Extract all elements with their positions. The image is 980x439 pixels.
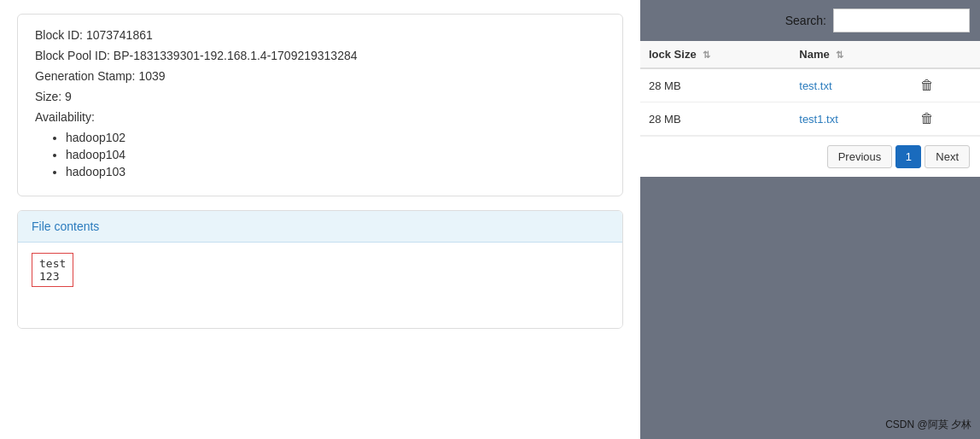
delete-button-2[interactable]: 🗑 xyxy=(917,109,937,128)
search-row: Search: xyxy=(640,0,980,41)
data-table: lock Size ⇅ Name ⇅ 28 MB test.txt xyxy=(640,41,980,136)
delete-button-1[interactable]: 🗑 xyxy=(917,76,937,95)
table-row: 28 MB test.txt 🗑 xyxy=(640,68,980,102)
cell-block-size-2: 28 MB xyxy=(640,102,790,136)
left-panel: Block ID: 1073741861 Block Pool ID: BP-1… xyxy=(0,0,640,439)
page-number-button[interactable]: 1 xyxy=(895,145,921,168)
pagination-row: Previous 1 Next xyxy=(640,136,980,177)
cell-action-1: 🗑 xyxy=(908,68,980,102)
block-info-card: Block ID: 1073741861 Block Pool ID: BP-1… xyxy=(17,14,623,196)
col-name: Name ⇅ xyxy=(790,41,908,68)
sort-icon-block-size[interactable]: ⇅ xyxy=(703,50,710,60)
search-input[interactable] xyxy=(833,9,970,32)
file-contents-section: File contents test 123 xyxy=(17,210,623,329)
generation-stamp: Generation Stamp: 1039 xyxy=(35,69,605,83)
cell-action-2: 🗑 xyxy=(908,102,980,136)
block-id: Block ID: 1073741861 xyxy=(35,28,605,42)
file-contents-title: File contents xyxy=(32,220,99,233)
table-header-row: lock Size ⇅ Name ⇅ xyxy=(640,41,980,68)
table-wrapper: lock Size ⇅ Name ⇅ 28 MB test.txt xyxy=(640,41,980,177)
list-item: hadoop102 xyxy=(66,131,605,144)
availability-list: hadoop102 hadoop104 hadoop103 xyxy=(35,131,605,179)
file-link-1[interactable]: test.txt xyxy=(799,79,831,92)
list-item: hadoop104 xyxy=(66,148,605,161)
file-contents-text: test 123 xyxy=(39,257,66,283)
search-label: Search: xyxy=(785,14,826,27)
size: Size: 9 xyxy=(35,90,605,103)
previous-button[interactable]: Previous xyxy=(827,145,893,168)
file-contents-text-box: test 123 xyxy=(32,253,73,287)
col-block-size: lock Size ⇅ xyxy=(640,41,790,68)
table-row: 28 MB test1.txt 🗑 xyxy=(640,102,980,136)
list-item: hadoop103 xyxy=(66,165,605,179)
block-pool-id: Block Pool ID: BP-1831339301-192.168.1.4… xyxy=(35,49,605,62)
file-contents-body: test 123 xyxy=(18,243,622,328)
file-contents-header: File contents xyxy=(18,211,622,243)
watermark: CSDN @阿莫 夕林 xyxy=(885,418,971,432)
col-actions xyxy=(908,41,980,68)
cell-block-size-1: 28 MB xyxy=(640,68,790,102)
availability-label: Availability: xyxy=(35,110,605,124)
file-link-2[interactable]: test1.txt xyxy=(799,113,838,126)
right-panel: Search: lock Size ⇅ Name ⇅ xyxy=(640,0,980,439)
cell-name-2: test1.txt xyxy=(790,102,908,136)
next-button[interactable]: Next xyxy=(925,145,970,168)
cell-name-1: test.txt xyxy=(790,68,908,102)
sort-icon-name[interactable]: ⇅ xyxy=(836,50,843,60)
